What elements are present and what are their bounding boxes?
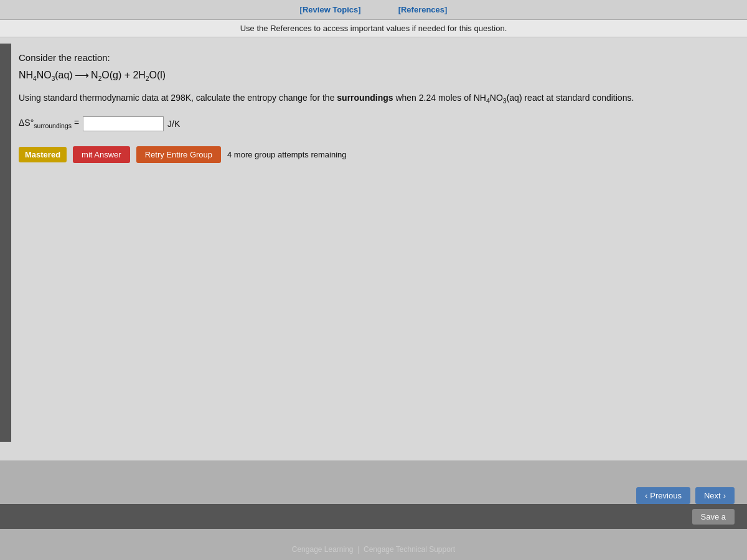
action-bar: Mastered mit Answer Retry Entire Group 4… (19, 146, 728, 163)
answer-input[interactable] (83, 116, 164, 131)
review-topics-link[interactable]: [Review Topics] (300, 5, 361, 14)
previous-button[interactable]: ‹ Previous (636, 487, 690, 504)
chevron-right-icon: › (723, 491, 726, 500)
references-link[interactable]: [References] (398, 5, 448, 14)
main-content: Consider the reaction: NH4NO3(aq) ⟶ N2O(… (0, 37, 747, 460)
cengage-support-link[interactable]: Cengage Technical Support (364, 545, 455, 554)
reference-bar-text: Use the References to access important v… (240, 24, 507, 33)
consider-text: Consider the reaction: (19, 52, 728, 63)
top-bar: [Review Topics] [References] (0, 0, 747, 20)
unit-label: J/K (167, 119, 180, 129)
mastered-badge: Mastered (19, 147, 67, 162)
cengage-learning-link[interactable]: Cengage Learning (292, 545, 354, 554)
left-sidebar (0, 44, 11, 442)
chevron-left-icon: ‹ (645, 491, 647, 500)
page-footer: Cengage Learning | Cengage Technical Sup… (0, 545, 747, 554)
next-button[interactable]: Next › (695, 487, 735, 504)
reaction-line: NH4NO3(aq) ⟶ N2O(g) + 2H2O(l) (19, 69, 728, 82)
delta-s-label: ΔS°surroundings = (19, 118, 79, 129)
save-button[interactable]: Save a (692, 509, 735, 525)
attempts-text: 4 more group attempts remaining (227, 150, 346, 159)
answer-row: ΔS°surroundings = J/K (19, 116, 728, 131)
submit-button[interactable]: mit Answer (73, 146, 130, 163)
retry-button[interactable]: Retry Entire Group (136, 146, 221, 163)
problem-description: Using standard thermodynamic data at 298… (19, 91, 728, 106)
footer-bar: Save a (0, 504, 747, 529)
bottom-navigation: ‹ Previous Next › (636, 487, 735, 504)
reference-bar: Use the References to access important v… (0, 20, 747, 37)
